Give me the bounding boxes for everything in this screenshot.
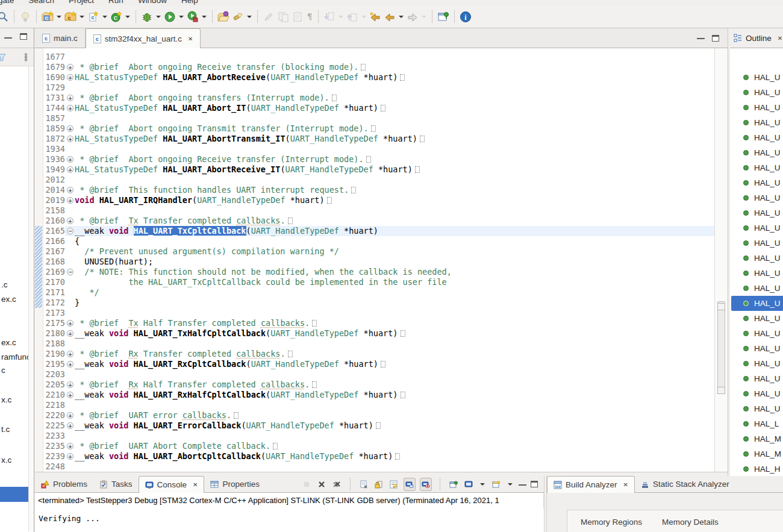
code-line-2166[interactable]: 2166{ (35, 236, 714, 246)
explorer-item-3[interactable]: ramfunc (1, 352, 31, 361)
folded-region-box[interactable] (401, 392, 405, 398)
fold-expand-icon[interactable]: + (67, 330, 73, 337)
menu-search[interactable]: Search (28, 0, 54, 5)
code-line-2218[interactable]: 2218 (35, 400, 714, 410)
tab-problems[interactable]: Problems (35, 476, 93, 492)
close-icon[interactable]: ✕ (188, 36, 193, 42)
code-line-2235[interactable]: 2235+ * @brief UART Abort Complete callb… (35, 441, 714, 451)
code-line-1857[interactable]: 1857 (35, 113, 714, 124)
code-line-1872[interactable]: 1872+HAL_StatusTypeDef HAL_UART_AbortTra… (35, 134, 714, 144)
console-output[interactable]: Verifying ... (35, 509, 544, 532)
scroll-grip-top[interactable] (717, 303, 725, 310)
outline-item-17[interactable]: HAL_U (731, 326, 783, 341)
code-line-1729[interactable]: 1729 (35, 83, 714, 93)
maximize-icon[interactable] (531, 481, 538, 487)
fold-expand-icon[interactable]: + (67, 156, 73, 163)
lightbulb-button[interactable] (18, 9, 33, 25)
forward-button[interactable] (405, 9, 420, 25)
code-line-2239[interactable]: 2239+__weak void HAL_UART_AbortCpltCallb… (35, 451, 714, 462)
outline-item-4[interactable]: HAL_U (731, 130, 783, 145)
external-tools-button[interactable] (186, 9, 200, 25)
code-line-2019[interactable]: 2019+void HAL_UART_IRQHandler(UART_Handl… (35, 195, 714, 205)
outline-item-25[interactable]: HAL_M (731, 446, 783, 462)
folded-region-box[interactable] (288, 217, 293, 224)
forward-dropdown[interactable] (422, 16, 426, 18)
folded-region-box[interactable] (381, 105, 385, 111)
fold-expand-icon[interactable]: + (67, 64, 73, 70)
memory-regions-tab[interactable]: Memory Regions (581, 518, 642, 527)
code-line-1744[interactable]: 1744+HAL_StatusTypeDef HAL_UART_Abort_IT… (35, 103, 714, 113)
code-line-2180[interactable]: 2180+__weak void HAL_UART_TxHalfCpltCall… (35, 328, 714, 339)
code-line-2012[interactable]: 2012 (35, 175, 714, 185)
code-line-1936[interactable]: 1936+ * @brief Abort ongoing Receive tra… (35, 154, 714, 164)
code-line-2158[interactable]: 2158 (35, 205, 714, 216)
code-line-2165[interactable]: 2165−__weak void HAL_UART_TxCpltCallback… (35, 226, 714, 236)
tab-tasks[interactable]: Tasks (93, 476, 139, 492)
code-line-2248[interactable]: 2248 (35, 462, 714, 472)
next-annotation-button[interactable] (322, 9, 337, 25)
editor-scrollbar[interactable] (714, 48, 728, 472)
remove-all-terminated-button[interactable] (331, 478, 342, 491)
code-line-2171[interactable]: 2171 */ (35, 287, 714, 298)
folded-region-box[interactable] (361, 64, 366, 70)
show-source-button[interactable] (290, 9, 305, 25)
fold-expand-icon[interactable]: + (67, 166, 73, 173)
close-icon[interactable]: ✕ (778, 35, 782, 42)
menu-run[interactable]: Run (108, 0, 123, 5)
fold-expand-icon[interactable]: + (67, 453, 73, 460)
code-line-2225[interactable]: 2225+__weak void HAL_UART_ErrorCallback(… (35, 421, 714, 431)
code-line-2190[interactable]: 2190+ * @brief Rx Transfer completed cal… (35, 349, 714, 359)
code-line-2205[interactable]: 2205+ * @brief Rx Half Transfer complete… (35, 380, 714, 390)
display-console-button[interactable] (463, 478, 474, 491)
minimize-icon[interactable] (4, 36, 12, 39)
open-console-button[interactable] (491, 478, 502, 491)
new-project-button[interactable]: C (40, 9, 55, 25)
code-line-2203[interactable]: 2203 (35, 369, 714, 380)
last-edit-location-button[interactable] (368, 9, 382, 25)
code-line-1677[interactable]: 1677 (35, 52, 714, 62)
pin-console-button[interactable] (448, 478, 459, 491)
close-icon[interactable]: ✕ (623, 481, 628, 488)
explorer-item-7[interactable]: x.c (1, 455, 11, 465)
code-line-2233[interactable]: 2233 (35, 431, 714, 441)
outline-item-8[interactable]: HAL_U (731, 190, 783, 205)
fold-expand-icon[interactable]: + (67, 95, 73, 101)
outline-item-5[interactable]: HAL_U (731, 145, 783, 160)
code-line-2168[interactable]: 2168 UNUSED(huart); (35, 257, 714, 267)
outline-item-15[interactable]: HAL_U (731, 296, 783, 311)
close-icon[interactable]: ✕ (193, 481, 198, 488)
memory-details-tab[interactable]: Memory Details (662, 518, 719, 527)
fold-expand-icon[interactable]: + (67, 136, 73, 142)
explorer-item-5[interactable]: x.c (1, 395, 11, 404)
folded-region-box[interactable] (273, 443, 278, 449)
run-button[interactable] (163, 9, 177, 25)
code-line-1731[interactable]: 1731+ * @brief Abort ongoing transfers (… (35, 93, 714, 103)
folded-region-box[interactable] (420, 136, 425, 142)
new-class-button[interactable]: C (109, 9, 123, 25)
highlight-button[interactable] (231, 9, 245, 25)
show-on-stdout-button[interactable] (404, 478, 416, 491)
open-console-dropdown[interactable] (508, 483, 513, 486)
fold-expand-icon[interactable]: + (67, 361, 73, 368)
tab-build-analyzer[interactable]: 010 Build Analyzer ✕ (547, 476, 635, 493)
fold-expand-icon[interactable]: + (67, 412, 73, 419)
outline-item-3[interactable]: HAL_U (731, 115, 783, 130)
outline-item-18[interactable]: HAL_U (731, 341, 783, 356)
new-file-folder-dropdown[interactable] (80, 16, 84, 18)
fold-expand-icon[interactable]: + (67, 105, 73, 111)
folded-region-box[interactable] (288, 351, 293, 357)
explorer-item-2[interactable]: ex.c (1, 338, 16, 347)
outline-item-24[interactable]: HAL_M (731, 431, 783, 446)
outline-item-2[interactable]: HAL_U (731, 100, 783, 115)
view-menu-icon[interactable] (22, 53, 30, 61)
horizontal-sash[interactable] (35, 472, 783, 476)
folded-region-box[interactable] (312, 381, 317, 388)
folded-region-box[interactable] (415, 166, 420, 173)
format-button[interactable] (261, 9, 276, 25)
new-class-dropdown[interactable] (125, 16, 130, 18)
fold-expand-icon[interactable]: + (67, 197, 73, 204)
run-dropdown[interactable] (179, 16, 184, 18)
display-console-dropdown[interactable] (480, 483, 485, 486)
editor-scroll-thumb[interactable] (717, 301, 725, 393)
tab-static-stack-analyzer[interactable]: Static Stack Analyzer (635, 476, 735, 492)
